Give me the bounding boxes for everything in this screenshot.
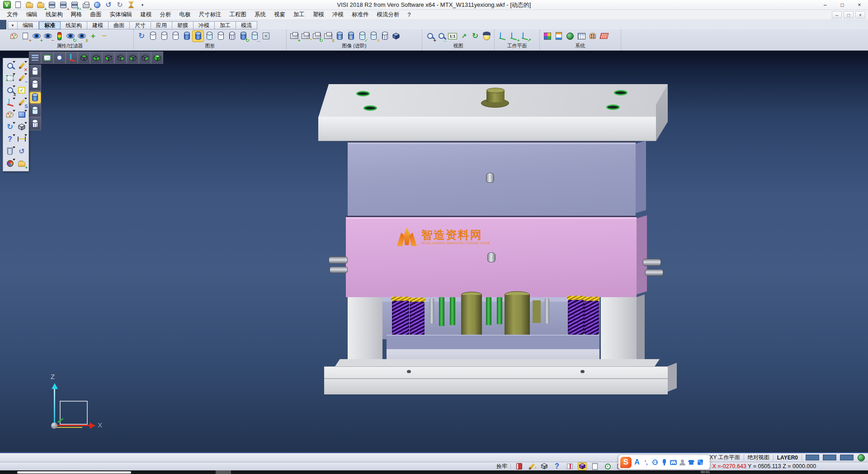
menu-surface[interactable]: 曲面 xyxy=(86,10,106,19)
show-add-button[interactable]: + xyxy=(32,32,42,40)
sketch-spline-button[interactable]: S xyxy=(16,96,28,109)
viewport-3d[interactable]: 智造资料网 INTELLIGENT MANUFACTURING DATA xyxy=(0,51,868,452)
shaded-button[interactable] xyxy=(182,32,192,40)
small-bushing[interactable] xyxy=(533,300,541,323)
color-table-button[interactable] xyxy=(542,32,552,40)
menu-system[interactable]: 系统 xyxy=(250,10,270,19)
support-block-right-side[interactable] xyxy=(637,294,645,363)
workplane-standard-button[interactable] xyxy=(497,32,507,40)
menu-dimensioning[interactable]: 尺寸标注 xyxy=(195,10,226,19)
environment-button[interactable] xyxy=(565,32,575,40)
view-bottom-button[interactable] xyxy=(90,52,102,64)
ejector-plate-upper[interactable] xyxy=(387,335,599,349)
taskbar-item[interactable] xyxy=(17,471,131,474)
mdi-minimize-button[interactable]: – xyxy=(832,11,842,19)
view-front-button[interactable] xyxy=(127,52,139,64)
mdi-restore-button[interactable]: □ xyxy=(844,11,854,19)
shaded-edges-mode-button[interactable] xyxy=(29,117,41,130)
zoom-in-button[interactable]: + xyxy=(425,32,435,40)
gift-icon[interactable] xyxy=(565,463,575,470)
redo-button[interactable]: ↻ xyxy=(115,0,125,9)
tab-wireframe[interactable]: 线架构 xyxy=(61,21,87,29)
erase-sketch-button[interactable]: ✕ xyxy=(16,60,28,72)
menu-wireframe[interactable]: 线架构 xyxy=(42,10,67,19)
save-button[interactable] xyxy=(47,0,57,9)
solid-preview-button[interactable] xyxy=(16,121,28,133)
red-book-icon[interactable] xyxy=(514,463,524,470)
shaded-mode-button[interactable] xyxy=(29,91,41,104)
tab-standard[interactable]: 标准 xyxy=(39,21,61,29)
tab-overflow-dropdown[interactable]: ▾ xyxy=(8,21,18,29)
system-settings-button[interactable] xyxy=(554,32,564,40)
menu-help[interactable]: ? xyxy=(404,11,415,19)
view-direction-button[interactable]: ↗ xyxy=(459,32,469,40)
support-rod[interactable] xyxy=(545,299,549,323)
dashed-hidden-button[interactable] xyxy=(170,32,180,40)
flat-shading-button[interactable] xyxy=(216,32,226,40)
qat-dropdown-button[interactable]: ▾ xyxy=(137,0,147,9)
window-layout-button[interactable] xyxy=(16,109,28,121)
wireframe-button[interactable] xyxy=(148,32,158,40)
base-plate-top-face[interactable] xyxy=(335,359,660,366)
regen-shading-button[interactable]: ↻ xyxy=(238,32,248,40)
selection-settings-button[interactable] xyxy=(588,32,598,40)
guide-bushing-body[interactable] xyxy=(461,295,482,339)
ime-punctuation-icon[interactable]: ’, xyxy=(642,457,651,468)
ejector-pin-green[interactable] xyxy=(450,297,455,325)
undo-button[interactable]: ↺ xyxy=(104,0,113,9)
striped-cylinder-2-button[interactable] xyxy=(346,32,356,40)
bolt-hole[interactable] xyxy=(606,104,620,110)
menu-modeling[interactable]: 建模 xyxy=(137,10,156,19)
ejector-pin-green[interactable] xyxy=(497,297,502,324)
help-button[interactable]: ? xyxy=(4,133,16,145)
wire-solid-button[interactable] xyxy=(380,32,390,40)
hide-button[interactable]: − xyxy=(43,32,53,40)
translucent-button[interactable] xyxy=(204,32,214,40)
return-spring[interactable] xyxy=(410,301,425,336)
workplane-move-button[interactable]: ↗ xyxy=(520,32,530,40)
cavity-plate-side-face[interactable] xyxy=(637,215,647,294)
view-isometric-button[interactable] xyxy=(151,52,163,64)
refresh-button[interactable]: ↻ xyxy=(4,121,16,133)
add-filter-button[interactable]: + xyxy=(88,32,98,40)
tab-modeling[interactable]: 建模 xyxy=(87,21,108,29)
sketch-curve-button[interactable]: ~ xyxy=(16,72,28,84)
menu-machining[interactable]: 加工 xyxy=(289,10,309,19)
mdi-close-button[interactable]: × xyxy=(855,11,865,19)
hidden-line-button[interactable] xyxy=(159,32,169,40)
add-entities-button[interactable]: + xyxy=(289,32,299,40)
menu-window[interactable]: 视窗 xyxy=(270,10,289,19)
selection-indicator-box[interactable] xyxy=(840,455,854,460)
guide-bushing-body[interactable] xyxy=(505,295,530,339)
remove-filter-button[interactable]: − xyxy=(99,32,109,40)
axis-view-button[interactable] xyxy=(66,52,78,64)
zoom-dynamic-button[interactable] xyxy=(4,60,16,72)
mesh-shading-button[interactable] xyxy=(227,32,237,40)
side-guide-pin-right[interactable] xyxy=(643,259,661,266)
selection-indicator-box[interactable] xyxy=(806,455,819,460)
ime-toolbox-icon[interactable] xyxy=(696,457,705,468)
support-rod[interactable] xyxy=(429,299,434,323)
support-block-right[interactable] xyxy=(601,297,637,367)
menu-file[interactable]: 文件 xyxy=(3,10,22,19)
magic-wand-icon[interactable]: * xyxy=(527,463,537,470)
attribute-table-button[interactable] xyxy=(576,32,586,40)
package-icon[interactable] xyxy=(539,463,549,470)
bolt-hole[interactable] xyxy=(356,91,370,96)
menu-electrode[interactable]: 电极 xyxy=(175,10,195,19)
layer-indicator[interactable]: LAYER0 xyxy=(777,455,798,461)
toggle-visibility-button[interactable]: ± xyxy=(77,32,87,40)
shaded-edges-button[interactable] xyxy=(193,32,203,40)
ime-language-icon[interactable]: A xyxy=(632,457,642,468)
wireframe-mode-button[interactable] xyxy=(29,65,41,78)
menu-standard-parts[interactable]: 标准件 xyxy=(348,10,373,19)
upper-mold-plate-side-face[interactable] xyxy=(636,141,646,213)
fit-view-button[interactable] xyxy=(41,52,53,64)
view-back-button[interactable] xyxy=(139,52,151,64)
export-solid-button[interactable]: ≡ xyxy=(368,32,378,40)
tab-dimension[interactable]: 尺寸 xyxy=(130,21,151,29)
tab-molding[interactable]: 塑膜 xyxy=(172,21,193,29)
save-as-button[interactable]: + xyxy=(58,0,68,9)
menu-drawing[interactable]: 工程图 xyxy=(226,10,251,19)
measure-distance-button[interactable] xyxy=(16,133,28,145)
